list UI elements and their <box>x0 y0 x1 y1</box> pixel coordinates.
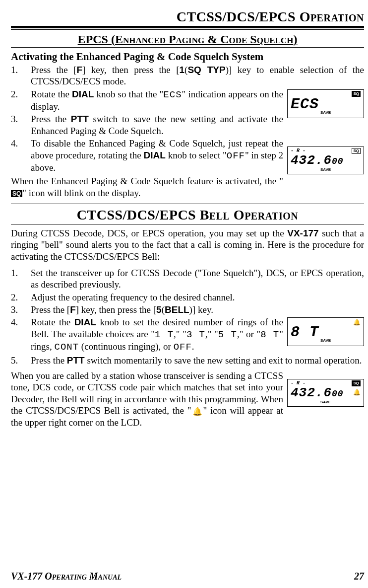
sq-icon: SQ <box>352 91 361 97</box>
lcd-main: 432.600 <box>288 154 364 167</box>
text: Press the <box>31 114 71 124</box>
lcd-main: ECS <box>288 97 364 110</box>
lcd-top-left: - R - <box>291 148 306 154</box>
seg: 1 T <box>155 329 174 340</box>
key-bell: BELL <box>165 304 189 315</box>
text: ] key, then press the [ <box>76 304 156 315</box>
bell-icon: 🔔 <box>353 319 361 327</box>
lcd-save: SAVE <box>288 338 364 343</box>
activating-heading: Activating the Enhanced Paging & Code Sq… <box>11 51 364 63</box>
bell-icon: 🔔 <box>353 389 361 397</box>
text: (continuous ringing), or <box>79 341 174 352</box>
dial-knob: DIAL <box>144 150 166 160</box>
step-4: 🔔 8 T SAVE Rotate the DIAL knob to set t… <box>11 316 364 353</box>
text: Rotate the <box>31 317 74 327</box>
lcd-save: SAVE <box>288 167 364 172</box>
page-title: CTCSS/DCS/EPCS Operation <box>11 9 364 25</box>
seg-ecs: ECS <box>163 89 182 100</box>
paragraph-blink: When the Enhanced Paging & Code Squelch … <box>11 175 364 199</box>
text: switch momentarily to save the new setti… <box>85 355 362 366</box>
footer-manual-name: VX-177 Operating Manual <box>11 571 122 582</box>
epcs-close: ) <box>293 33 297 46</box>
key-f: F <box>76 65 82 75</box>
text: knob so that the " <box>94 89 163 99</box>
rule-section <box>11 47 364 48</box>
footer-page-number: 27 <box>354 571 364 582</box>
text: During CTCSS Decode, DCS, or EPCS operat… <box>11 228 287 238</box>
steps-list-1: Press the [F] key, then press the [1(SQ … <box>11 64 364 173</box>
footer: VX-177 Operating Manual 27 <box>11 571 364 582</box>
model-name: VX-177 <box>287 228 318 238</box>
text: . <box>192 341 194 352</box>
paragraph-bell-intro: During CTCSS Decode, DCS, or EPCS operat… <box>11 227 364 262</box>
lcd-freq-big: 432.6 <box>291 154 332 167</box>
sq-icon: SQ <box>352 380 361 386</box>
text: Press the <box>31 355 67 366</box>
dial-knob: DIAL <box>72 89 94 99</box>
rule-thin <box>11 29 364 30</box>
lcd-main: 8 T <box>288 325 364 338</box>
page: CTCSS/DCS/EPCS Operation EPCS (Enhanced … <box>0 0 368 588</box>
step-1: Press the [F] key, then press the [1(SQ … <box>11 64 364 87</box>
text: ," " <box>174 329 186 339</box>
text: " icon will blink on the display. <box>22 188 140 198</box>
rule-section <box>11 224 364 224</box>
key-5: 5 <box>156 304 162 315</box>
text: )] key. <box>189 304 213 315</box>
text: ," or " <box>237 329 260 339</box>
text: knob to select " <box>166 150 227 160</box>
paragraph-last: 🔔 - R - SQ 432.600 SAVE When you are cal… <box>11 370 364 428</box>
key-f: F <box>70 304 76 315</box>
seg-off: OFF <box>174 342 192 353</box>
lcd-top <box>288 318 364 325</box>
seg-off: OFF <box>227 150 245 161</box>
bell-title: CTCSS/DCS/EPCS Bell Operation <box>11 207 364 223</box>
step-2: Adjust the operating frequency to the de… <box>11 292 364 303</box>
lcd-freq-small: 00 <box>332 389 344 399</box>
step-3: Press the [F] key, then press the [5(BEL… <box>11 304 364 315</box>
text: Press the [ <box>31 304 70 315</box>
ptt-switch: PTT <box>67 355 85 366</box>
lcd-freq-small: 00 <box>332 156 344 166</box>
text: Rotate the <box>31 89 72 99</box>
key-1: 1 <box>180 65 185 75</box>
step-2: SQ ECS SAVE Rotate the DIAL knob so that… <box>11 88 364 113</box>
rule-section <box>11 204 364 204</box>
rule-thick <box>11 26 364 28</box>
text: When the Enhanced Paging & Code Squelch … <box>11 176 283 186</box>
step-4: - R - SQ 432.600 SAVE To disable the Enh… <box>11 138 364 173</box>
lcd-top: SQ <box>288 90 364 97</box>
lcd-bell: 🔔 8 T SAVE <box>287 317 364 346</box>
lcd-main: 432.600 <box>288 386 364 399</box>
lcd-freq-big: 432.6 <box>291 386 332 399</box>
lcd-freq-1: - R - SQ 432.600 SAVE <box>287 147 364 174</box>
bell-icon-inline: 🔔 <box>191 407 203 416</box>
step-1: Set the transceiver up for CTCSS Decode … <box>11 267 364 291</box>
step-5: Press the PTT switch momentarily to save… <box>11 355 364 366</box>
ptt-switch: PTT <box>71 114 89 124</box>
dial-knob: DIAL <box>74 317 96 327</box>
text: ] key, then press the [ <box>82 65 179 75</box>
key-sqtyp: SQ TYP <box>187 65 225 75</box>
seg: 8 T <box>260 329 279 340</box>
lcd-top: - R - SQ <box>288 147 364 154</box>
epcs-mid: Enhanced Paging & Code Squelch <box>115 33 293 46</box>
sq-icon-inline: SQ <box>11 190 22 197</box>
epcs-title: EPCS (Enhanced Paging & Code Squelch) <box>11 33 364 46</box>
seg: 5 T <box>218 329 237 340</box>
steps-list-2: Set the transceiver up for CTCSS Decode … <box>11 267 364 366</box>
lcd-top: - R - SQ <box>288 379 364 386</box>
lcd-save: SAVE <box>288 400 364 405</box>
epcs-open: EPCS ( <box>78 33 115 46</box>
step-3: Press the PTT switch to save the new set… <box>11 113 364 137</box>
text: Press the [ <box>31 65 76 75</box>
sq-icon: SQ <box>352 148 361 154</box>
seg-cont: CONT <box>55 342 79 353</box>
seg: 3 T <box>186 329 205 340</box>
text: ," " <box>205 329 218 339</box>
lcd-top-left: - R - <box>291 380 306 386</box>
lcd-freq-2: 🔔 - R - SQ 432.600 SAVE <box>287 379 364 407</box>
